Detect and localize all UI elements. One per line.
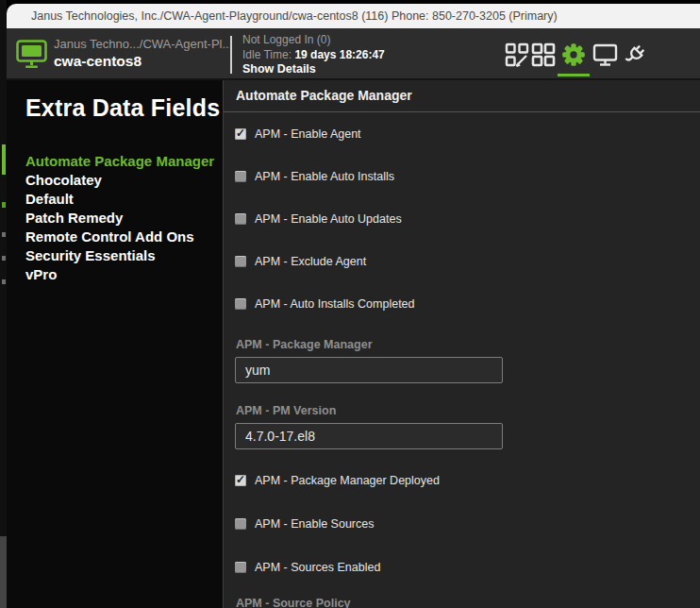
background-tree-strip xyxy=(0,0,7,608)
extra-data-fields-sidebar: Extra Data Fields Automate Package Manag… xyxy=(7,80,223,608)
session-info: Not Logged In (0) Idle Time: 19 days 18:… xyxy=(242,33,385,77)
apm-package-manager-input[interactable] xyxy=(235,357,503,383)
apm-pm-version-input[interactable] xyxy=(235,423,503,449)
sidebar-item-default[interactable]: Default xyxy=(25,190,223,209)
apm-source-policy-label: APM - Source Policy xyxy=(236,597,351,608)
agent-name: cwa-centos8 xyxy=(54,53,232,70)
apps-grid-icon[interactable] xyxy=(530,42,557,68)
power-plug-icon[interactable] xyxy=(621,42,647,68)
background-mark xyxy=(2,279,6,284)
apm-auto-installs-completed-checkbox[interactable] xyxy=(235,298,246,310)
background-mark xyxy=(2,232,6,237)
apm-enable-auto-updates-label: APM - Enable Auto Updates xyxy=(255,212,402,226)
package-manager-panel: Automate Package Manager APM - Enable Ag… xyxy=(223,80,700,608)
apm-exclude-agent-checkbox[interactable] xyxy=(235,256,246,267)
sidebar-nav: Automate Package Manager Chocolatey Defa… xyxy=(25,152,223,284)
apm-package-manager-deployed-label: APM - Package Manager Deployed xyxy=(255,474,440,487)
background-mark xyxy=(2,202,6,208)
remote-monitor-icon[interactable] xyxy=(592,42,618,68)
apm-package-manager-label: APM - Package Manager xyxy=(236,338,373,351)
sidebar-item-patch-remedy[interactable]: Patch Remedy xyxy=(25,209,223,228)
sidebar-item-vpro[interactable]: vPro xyxy=(25,265,223,284)
apm-sources-enabled-label: APM - Sources Enabled xyxy=(255,561,380,574)
sidebar-item-chocolatey[interactable]: Chocolatey xyxy=(25,171,223,190)
agent-monitor-icon xyxy=(16,40,48,70)
apm-sources-enabled-checkbox[interactable] xyxy=(235,562,246,573)
agent-management-window: Janus Technologies, Inc./CWA-Agent-Playg… xyxy=(0,0,700,608)
apm-enable-agent-label: APM - Enable Agent xyxy=(255,127,361,141)
background-selection-mark xyxy=(2,144,6,175)
toolbar-divider xyxy=(230,36,232,74)
window-title: Janus Technologies, Inc./CWA-Agent-Playg… xyxy=(31,9,558,23)
scripts-edit-icon[interactable] xyxy=(504,42,530,68)
window-title-bar: Janus Technologies, Inc./CWA-Agent-Playg… xyxy=(7,4,700,28)
apm-exclude-agent-label: APM - Exclude Agent xyxy=(255,255,366,268)
apm-enable-auto-updates-checkbox[interactable] xyxy=(235,213,246,225)
apm-enable-sources-label: APM - Enable Sources xyxy=(255,517,374,531)
idle-time-value: 19 days 18:26:47 xyxy=(294,48,384,61)
apm-package-manager-deployed-checkbox[interactable] xyxy=(235,475,246,486)
window-content: Extra Data Fields Automate Package Manag… xyxy=(7,80,700,608)
sidebar-item-security-essentials[interactable]: Security Essentials xyxy=(25,246,223,265)
idle-time-label: Idle Time: xyxy=(242,48,292,61)
show-details-link[interactable]: Show Details xyxy=(242,62,385,77)
agent-breadcrumb: Janus Techno.../CWA-Agent-Pl... xyxy=(54,37,232,51)
sidebar-item-remote-control-add-ons[interactable]: Remote Control Add Ons xyxy=(25,228,223,246)
apm-auto-installs-completed-label: APM - Auto Installs Completed xyxy=(255,297,415,311)
apm-enable-auto-installs-label: APM - Enable Auto Installs xyxy=(255,170,394,183)
sidebar-title: Extra Data Fields xyxy=(25,94,223,122)
panel-title: Automate Package Manager xyxy=(224,80,700,112)
apm-enable-agent-checkbox[interactable] xyxy=(235,128,246,140)
background-scrollbar-segment xyxy=(0,536,7,608)
agent-identity: Janus Techno.../CWA-Agent-Pl... cwa-cent… xyxy=(54,37,232,70)
agent-toolbar: Janus Techno.../CWA-Agent-Pl... cwa-cent… xyxy=(7,28,700,80)
apm-enable-sources-checkbox[interactable] xyxy=(235,518,246,530)
apm-enable-auto-installs-checkbox[interactable] xyxy=(235,171,246,182)
settings-gear-icon[interactable] xyxy=(560,42,587,68)
apm-pm-version-label: APM - PM Version xyxy=(236,404,336,417)
login-status: Not Logged In (0) xyxy=(242,33,385,48)
background-mark xyxy=(2,256,6,261)
sidebar-item-automate-package-manager[interactable]: Automate Package Manager xyxy=(25,152,223,171)
